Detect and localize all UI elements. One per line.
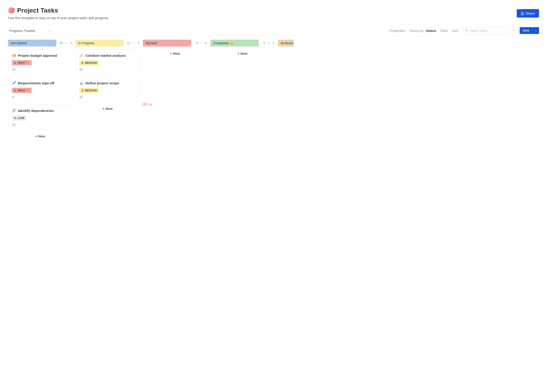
card-title: 🔗Identify dependencies [12,109,68,113]
search-input[interactable] [470,29,508,32]
watermark-text: j301.cn [142,102,152,106]
column-more-icon[interactable]: ⋯ [267,41,270,45]
properties-button[interactable]: Properties [390,29,405,33]
card-emoji-icon: 💴 [12,53,16,57]
column-more-icon[interactable]: ⋯ [132,41,135,45]
group-by-button[interactable]: Group by: Status [409,29,436,33]
card-emoji-icon: 🔗 [12,109,16,113]
task-card[interactable]: 🔗Identify dependencies3. LOW16 [8,105,72,130]
board-column: In Progress72⋯+📈Conduct market analysis2… [75,40,140,112]
column-more-icon[interactable]: ⋯ [199,41,203,45]
toolbar: Progress Tracker ⌄ Properties Group by: … [8,27,539,35]
page-subtitle: Use this template to stay on top of your… [8,16,517,20]
card-priority-tag: 2. MEDIUM [79,88,99,93]
card-number: 32 [79,95,136,99]
column-count: 0 [260,41,265,45]
card-priority-tag: 1. HIGH 🔥 [12,60,32,65]
column-add-new-button[interactable]: + New [75,105,140,112]
card-title-text: Requirements sign-off [18,81,54,85]
column-add-icon[interactable]: + [205,41,207,46]
column-status-pill[interactable]: Completed 🙌 [210,40,259,47]
board-column: Completed 🙌0⋯++ New [210,40,275,57]
card-title: 💴Project budget approval [12,53,68,57]
card-number: 16 [12,123,68,126]
new-button-chevron[interactable]: ⌄ [533,27,539,34]
task-card[interactable]: 🖊️Requirements sign-off1. HIGH 🔥8 [8,77,72,102]
card-title: 🖊️Requirements sign-off [12,81,68,85]
card-emoji-icon: 🔬 [79,81,84,85]
card-title: 🔬Define project scope [79,81,136,85]
task-card[interactable]: 📈Conduct market analysis2. MEDIUM40 [75,50,140,75]
search-box[interactable] [462,27,508,34]
card-emoji-icon: 📈 [79,53,84,57]
card-number: 16 [12,68,68,71]
svg-line-2 [467,31,468,31]
new-button[interactable]: New [520,27,533,34]
filter-button[interactable]: Filter [440,29,448,33]
card-number: 8 [12,95,68,99]
card-title-text: Define project scope [85,81,119,85]
column-header: In Progress72⋯+ [75,40,140,47]
title-text: Project Tasks [17,7,58,14]
column-status-pill[interactable]: Blocked [143,40,191,47]
card-number: 40 [79,68,136,71]
board-column: Not Started40⋯+💴Project budget approval1… [8,40,72,140]
view-selector[interactable]: Progress Tracker ⌄ [8,28,52,34]
group-by-label: Group by: [409,29,424,33]
column-status-pill[interactable]: In Progress [75,40,124,47]
column-add-new-button[interactable]: + New [143,50,207,57]
column-add-icon[interactable]: + [137,41,140,46]
chevron-down-icon: ⌄ [535,29,537,32]
column-count: 40 [58,41,63,45]
card-priority-tag: 2. MEDIUM [79,60,99,65]
sort-button[interactable]: Sort [452,29,458,33]
lock-icon [521,12,524,15]
column-header: Completed 🙌0⋯+ [210,40,275,47]
column-header: Not Started40⋯+ [8,40,72,47]
toolbar-more-icon[interactable]: ⋯ [512,29,516,32]
column-count: 0 [193,41,198,45]
column-add-new-button[interactable]: + New [210,50,275,57]
card-title-text: Identify dependencies [18,109,54,113]
card-priority-tag: 3. LOW [12,115,27,121]
chevron-down-icon: ⌄ [49,29,51,32]
card-emoji-icon: 🖊️ [12,81,16,85]
column-header: Blocked0⋯+ [143,40,207,47]
search-icon [465,29,468,32]
board-column: Archived [278,40,294,50]
svg-rect-0 [521,13,524,15]
column-status-pill[interactable]: Archived [278,40,294,47]
card-title: 📈Conduct market analysis [79,53,136,57]
kanban-board: Not Started40⋯+💴Project budget approval1… [8,40,539,140]
card-priority-tag: 1. HIGH 🔥 [12,88,32,93]
column-more-icon[interactable]: ⋯ [64,41,68,45]
card-title-text: Conduct market analysis [85,54,126,57]
task-card[interactable]: 💴Project budget approval1. HIGH 🔥16 [8,50,72,75]
header: 🎯 Project Tasks Use this template to sta… [8,7,539,20]
view-name: Progress Tracker [9,29,35,33]
column-add-icon[interactable]: + [70,41,72,46]
group-by-value: Status [426,29,436,33]
column-status-pill[interactable]: Not Started [8,40,56,47]
page-title: 🎯 Project Tasks [8,7,517,14]
task-card[interactable]: 🔬Define project scope2. MEDIUM32 [75,77,140,102]
column-add-icon[interactable]: + [272,41,275,46]
share-label: Share [526,11,535,15]
share-button[interactable]: Share [517,9,539,18]
title-emoji-icon: 🎯 [8,7,15,14]
new-button-group: New ⌄ [520,27,539,34]
card-title-text: Project budget approval [18,54,57,57]
column-count: 72 [126,41,130,45]
board-column: Blocked0⋯++ New [143,40,207,57]
column-add-new-button[interactable]: + New [8,132,72,140]
column-header: Archived [278,40,294,47]
svg-point-1 [465,29,467,31]
